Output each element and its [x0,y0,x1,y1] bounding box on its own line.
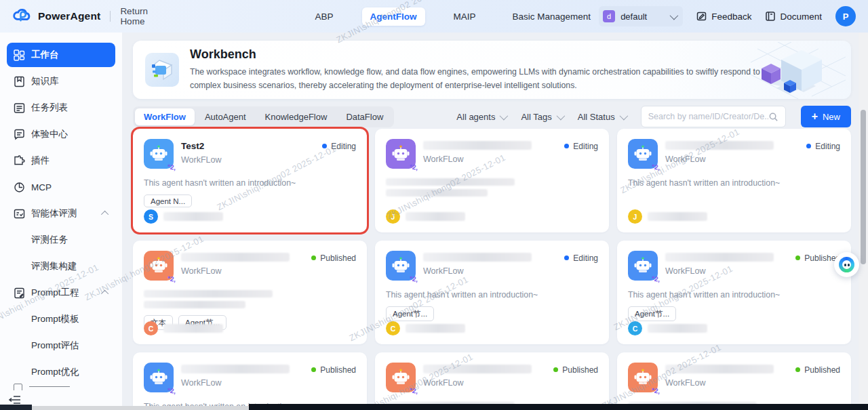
search-input[interactable] [648,112,768,121]
nav-item-basic-management[interactable]: Basic Management [505,7,599,26]
workspace-selector[interactable]: d default [599,6,683,26]
tag-chip[interactable]: Agent N... [144,194,192,207]
creator-avatar: C [386,321,400,335]
agent-title-redacted [665,253,774,262]
return-home-link[interactable]: Return Home [120,6,171,26]
status-badge: Editing [322,139,356,169]
agent-card[interactable]: *2,WorkFLowPublishedThis agent hasn't wr… [133,352,367,410]
status-dot-icon [311,367,316,372]
redacted-line [144,301,245,308]
creator-name-redacted [163,212,223,221]
status-dot-icon [795,367,800,372]
sidebar-item-11[interactable]: Prompt评估 [7,333,115,358]
chat-icon [14,129,25,140]
bottom-strip [32,406,249,410]
new-button[interactable]: + New [801,106,851,127]
prompt-icon [14,287,25,299]
sidebar-item-label: 任务列表 [31,102,68,114]
feedback-label: Feedback [711,12,751,22]
agent-card[interactable]: *2,WorkFLowEditingThis agent hasn't writ… [375,241,609,344]
status-badge: Published [795,363,840,392]
agent-avatar: *2, [144,363,174,392]
agent-card[interactable]: *2,WorkFLowEditingJ [375,129,609,232]
agent-card[interactable]: *2,WorkFLowPublished文本Agent节...C [133,241,367,344]
tab-knowledgeflow[interactable]: KnowledgeFlow [256,108,336,125]
page-title: Workbench [190,47,787,62]
status-badge: Editing [564,139,598,169]
filter-dropdown-all-status[interactable]: All Status [578,112,626,122]
user-avatar[interactable]: P [835,6,856,26]
agent-card[interactable]: *2,WorkFLowPublishedThis agent hasn't wr… [617,241,851,344]
sidebar-item-9[interactable]: Prompt工程 [7,281,115,305]
card-titles: WorkFLow [665,139,806,169]
agent-card[interactable]: *2,WorkFLowEditingThis agent hasn't writ… [617,129,851,232]
agent-card[interactable]: *2,WorkFLowPublished [375,352,609,410]
filters: All agentsAll TagsAll Status + New [456,106,851,127]
tag-list: Agent N... [144,194,356,207]
collapse-icon [8,394,22,405]
agent-avatar: *2, [628,139,658,169]
assistant-float-button[interactable] [834,252,859,277]
tag-chip[interactable]: Agent节... [628,306,676,321]
filter-dropdown-all-agents[interactable]: All agents [456,112,506,122]
scrollbar-track[interactable] [859,33,868,405]
agent-type-label: WorkFLow [181,155,322,165]
sidebar-item-5[interactable]: MCP [7,175,115,199]
agent-avatar: *2, [628,363,658,392]
status-dot-icon [795,255,800,260]
agent-type-label: WorkFLow [665,378,795,388]
sidebar-item-10[interactable]: Prompt模板 [7,307,115,331]
sidebar-item-1[interactable]: 知识库 [7,69,115,94]
tab-workflow[interactable]: WorkFlow [135,108,195,125]
sidebar-item-6[interactable]: 智能体评测 [7,201,115,226]
plugin-icon [14,155,25,167]
sidebar-item-12[interactable]: Prompt优化 [7,360,115,384]
list-icon [14,102,25,114]
agent-avatar: *2, [386,251,416,281]
sidebar-item-3[interactable]: 体验中心 [7,122,115,146]
nav-item-abp[interactable]: ABP [307,7,342,26]
chevron-down-icon [500,111,509,120]
chevron-up-icon [101,290,108,298]
scrollbar-thumb[interactable] [861,110,866,264]
card-header: *2,WorkFLowEditing [628,139,840,169]
agent-avatar: *2, [144,251,174,281]
sidebar-item-4[interactable]: 插件 [7,148,115,173]
feedback-button[interactable]: Feedback [696,11,751,22]
card-titles: WorkFLow [665,363,795,392]
status-label: Editing [573,253,598,263]
sidebar-item-0[interactable]: 工作台 [7,43,115,67]
tag-chip[interactable]: Agent节... [386,306,434,321]
brand[interactable]: PowerAgent [12,7,100,25]
filter-dropdown-all-tags[interactable]: All Tags [521,112,562,122]
grid-icon [14,49,25,61]
agent-title-redacted [423,141,532,150]
sidebar-item-clipped[interactable] [14,384,95,390]
nav-item-agentflow[interactable]: AgentFlow [362,7,425,26]
sidebar-item-8[interactable]: 评测集构建 [7,254,115,279]
card-header: *2,WorkFLowPublished [628,251,840,281]
flow-tabs: WorkFlowAutoAgentKnowledgeFlowDataFlow [133,106,394,127]
card-header: *2,WorkFLowPublished [628,363,840,392]
nav-item-maip[interactable]: MAIP [446,7,484,26]
cubes-decoration-icon [751,42,846,99]
creator-avatar: J [386,209,400,224]
agent-card[interactable]: *2,Test2WorkFLowEditingThis agent hasn't… [133,129,367,232]
sidebar-item-label: 插件 [31,155,50,167]
agent-avatar: *2, [628,251,658,281]
sidebar-menu: 工作台知识库任务列表体验中心插件MCP智能体评测评测任务评测集构建Prompt工… [0,43,122,384]
sidebar-item-2[interactable]: 任务列表 [7,96,115,120]
agent-card[interactable]: *2,WorkFLowPublished [617,352,851,410]
agent-title-redacted [665,365,774,373]
workbench-banner: Workbench The workspace integrates workf… [133,41,851,99]
tag-list: Agent节... [628,306,840,321]
status-dot-icon [311,255,316,260]
document-button[interactable]: Document [765,11,822,22]
tab-dataflow[interactable]: DataFlow [337,108,392,125]
dropdown-label: All agents [456,112,495,122]
sparkle-badge-icon: *2, [409,274,418,283]
sidebar-item-7[interactable]: 评测任务 [7,228,115,252]
card-footer: C [144,321,223,335]
tab-autoagent[interactable]: AutoAgent [196,108,255,125]
status-badge: Published [553,363,598,392]
